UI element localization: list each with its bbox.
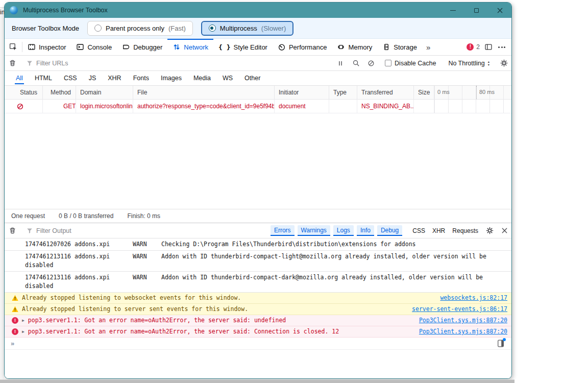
column-size[interactable]: Size xyxy=(414,86,434,99)
filter-images[interactable]: Images xyxy=(160,73,183,84)
network-toolbar: Disable Cache No Throttling ▴▾ xyxy=(5,56,511,71)
mode-option-multiprocess[interactable]: Multiprocess (Slower) xyxy=(201,21,293,36)
column-status[interactable]: Status xyxy=(5,86,43,99)
request-status-cell xyxy=(5,100,43,113)
request-row[interactable]: GET login.microsoftonline... authorize?r… xyxy=(5,100,511,113)
filter-js[interactable]: JS xyxy=(88,73,97,84)
log-category: addons.xpi xyxy=(75,273,133,282)
error-icon xyxy=(12,317,18,324)
background-window-edge xyxy=(0,7,4,383)
tab-performance[interactable]: Performance xyxy=(273,39,332,55)
filter-xhr-toggle[interactable]: XHR xyxy=(432,227,445,234)
warning-message: Already stopped listening to websocket e… xyxy=(22,294,241,301)
filter-xhr[interactable]: XHR xyxy=(107,73,122,84)
summary-finish: Finish: 0 ms xyxy=(120,212,167,220)
log-level: WARN xyxy=(133,240,161,249)
sidebar-toggle-button[interactable] xyxy=(497,339,505,348)
column-file[interactable]: File xyxy=(133,86,275,99)
gear-icon xyxy=(486,227,494,234)
column-method[interactable]: Method xyxy=(43,86,76,99)
tab-memory[interactable]: Memory xyxy=(332,39,377,55)
error-badge-icon[interactable] xyxy=(467,43,474,51)
mode-bar-label: Browser Toolbox Mode xyxy=(12,25,79,32)
request-table-header: Status Method Domain File Initiator Type… xyxy=(5,86,511,100)
console-log-row: 1747461213116addons.xpiWARNAddon with ID… xyxy=(5,272,511,293)
tab-storage[interactable]: Storage xyxy=(377,39,422,55)
filter-funnel-icon xyxy=(27,228,33,234)
column-initiator[interactable]: Initiator xyxy=(275,86,329,99)
warning-message: Already stopped listening to server sent… xyxy=(22,305,248,313)
close-icon xyxy=(497,7,503,14)
pick-element-button[interactable] xyxy=(5,39,22,55)
network-filter-tabs: All HTML CSS JS XHR Fonts Images Media W… xyxy=(5,71,511,86)
request-domain: login.microsoftonline... xyxy=(76,100,133,113)
close-console-button[interactable] xyxy=(497,223,511,238)
column-waterfall[interactable]: 0 ms 80 ms xyxy=(434,86,511,99)
tab-debugger[interactable]: Debugger xyxy=(117,39,167,55)
tab-label: Inspector xyxy=(39,43,66,51)
source-link[interactable]: Pop3Client.sys.mjs:887:20 xyxy=(419,328,507,335)
pause-traffic-button[interactable] xyxy=(333,56,348,70)
clear-console-button[interactable] xyxy=(5,223,20,238)
console-settings-button[interactable] xyxy=(482,223,497,238)
filter-errors-chip[interactable]: Errors xyxy=(271,225,295,236)
console-input-row[interactable]: » xyxy=(5,338,511,350)
search-requests-button[interactable] xyxy=(348,56,363,70)
disable-cache-control[interactable]: Disable Cache xyxy=(379,60,442,67)
tab-label: Console xyxy=(87,43,112,51)
background-clipped-text: in xyxy=(0,9,4,16)
waterfall-divider xyxy=(476,86,477,99)
close-button[interactable] xyxy=(488,3,511,18)
column-domain[interactable]: Domain xyxy=(76,86,133,99)
pick-element-icon xyxy=(9,43,17,51)
clear-requests-button[interactable] xyxy=(5,56,20,70)
filter-output-input[interactable] xyxy=(36,227,271,234)
block-icon xyxy=(368,60,375,67)
source-link[interactable]: server-sent-events.js:86:17 xyxy=(412,305,507,313)
filter-requests-toggle[interactable]: Requests xyxy=(452,227,478,234)
tab-network[interactable]: Network xyxy=(167,39,213,55)
throttling-select[interactable]: No Throttling ▴▾ xyxy=(442,60,496,67)
network-settings-button[interactable] xyxy=(496,56,511,70)
request-type xyxy=(329,100,357,113)
minimize-button[interactable] xyxy=(441,3,464,18)
split-console-panel: Errors Warnings Logs Info Debug CSS XHR … xyxy=(5,223,511,378)
error-icon xyxy=(12,328,18,335)
filter-css-toggle[interactable]: CSS xyxy=(412,227,425,234)
mode-option-parent-process[interactable]: Parent process only (Fast) xyxy=(87,21,193,36)
filter-css[interactable]: CSS xyxy=(63,73,78,84)
more-tabs-button[interactable]: » xyxy=(422,39,434,55)
filter-warnings-chip[interactable]: Warnings xyxy=(298,225,330,236)
meatball-menu-button[interactable] xyxy=(497,44,506,50)
filter-fonts[interactable]: Fonts xyxy=(132,73,150,84)
expand-arrow-icon[interactable]: ▶ xyxy=(22,318,24,323)
disable-cache-checkbox[interactable] xyxy=(385,60,391,66)
filter-info-chip[interactable]: Info xyxy=(357,225,374,236)
maximize-button[interactable] xyxy=(464,3,488,18)
filter-logs-chip[interactable]: Logs xyxy=(333,225,354,236)
filter-html[interactable]: HTML xyxy=(34,73,53,84)
filter-urls-input[interactable] xyxy=(36,60,333,67)
tab-console[interactable]: Console xyxy=(71,39,117,55)
split-console-button[interactable] xyxy=(484,43,493,51)
block-requests-button[interactable] xyxy=(363,56,379,70)
summary-transferred: 0 B / 0 B transferred xyxy=(52,212,120,220)
radio-selected-icon xyxy=(209,25,216,32)
source-link[interactable]: Pop3Client.sys.mjs:887:20 xyxy=(419,317,507,324)
console-warning-row: Already stopped listening to server sent… xyxy=(5,304,511,315)
filter-ws[interactable]: WS xyxy=(222,73,234,84)
filter-all[interactable]: All xyxy=(15,73,24,84)
column-type[interactable]: Type xyxy=(329,86,357,99)
source-link[interactable]: websockets.js:82:17 xyxy=(440,294,507,301)
console-icon xyxy=(76,43,84,51)
filter-media[interactable]: Media xyxy=(192,73,212,84)
expand-arrow-icon[interactable]: ▶ xyxy=(22,329,24,334)
gear-icon xyxy=(500,59,508,67)
filter-debug-chip[interactable]: Debug xyxy=(377,225,402,236)
filter-other[interactable]: Other xyxy=(243,73,261,84)
summary-request-count: One request xyxy=(5,212,52,220)
tab-style-editor[interactable]: { } Style Editor xyxy=(213,39,273,55)
column-transferred[interactable]: Transferred xyxy=(357,86,414,99)
console-log-row: 1747461213116addons.xpiWARNAddon with ID… xyxy=(5,251,511,272)
tab-inspector[interactable]: Inspector xyxy=(22,39,71,55)
